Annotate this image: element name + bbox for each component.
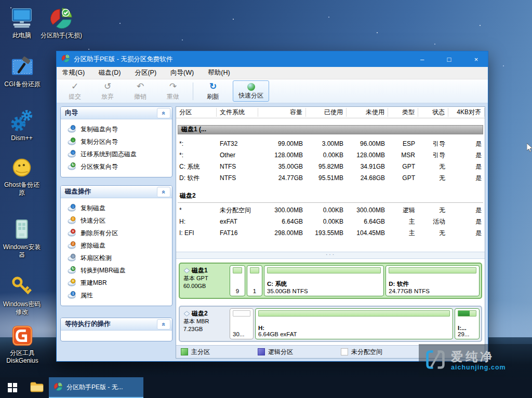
column-header-4[interactable]: 未使用 [347,108,388,117]
sidebar-item-label: 属性 [81,291,93,300]
close-button[interactable]: × [464,51,488,67]
table-row[interactable]: C: 系统NTFS35.00GB95.82MB34.91GBGPT无是 [176,161,485,172]
disk-block-磁盘2[interactable]: 磁盘2基本 MBR7.23GB30...H:6.64GB exFATI:...2… [179,306,482,342]
table-cell: 193.55MB [306,227,347,239]
sidebar-item-0-0[interactable]: ↓复制磁盘向导 [63,123,170,135]
table-row[interactable]: *:Other128.00MB0.00KB128.00MBMSR引导是 [176,149,485,161]
redo-icon: ↷ [169,81,177,92]
table-cell: MSR [388,149,418,161]
diskgenius-icon [1,322,44,348]
desktop-icon-cgi[interactable]: CGI备份还原 [0,53,45,88]
menu-item-4[interactable]: 帮助(H) [208,68,230,77]
toolbar-quick-button[interactable]: 快速分区 [233,80,269,102]
toolbar-redo-button[interactable]: ↷重做 [160,81,186,101]
desktop-icon-key[interactable]: Windows密码修改 [2,273,42,316]
column-header-6[interactable]: 状态 [418,108,448,117]
toolbar-discard-button[interactable]: ↺放弃 [95,81,121,101]
pane-splitter[interactable]: ··· [176,252,485,259]
table-cell: 是 [448,227,485,239]
submit-icon: ✓ [71,81,78,92]
partitions: 91C: 系统35.00GB NTFSD: 软件24.77GB NTFS [229,265,480,297]
partition-H:[interactable]: H:6.64GB exFAT [255,308,453,339]
sidebar-item-1-7[interactable]: i属性 [63,289,170,301]
partition-sub: 29... [458,331,476,337]
column-header-2[interactable]: 容量 [258,108,306,117]
taskbar-app-label: 分区助手PE版 - 无... [66,383,123,392]
sidebar-item-1-4[interactable]: ○坏扇区检测 [63,252,170,264]
partition-9[interactable]: 9 [230,265,245,296]
table-cell: 34.91GB [347,161,388,172]
collapse-button[interactable]: « [157,187,170,197]
sidebar-item-1-6[interactable]: +重建MBR [63,277,170,289]
menu-item-3[interactable]: 向导(W) [170,68,194,77]
column-header-3[interactable]: 已使用 [306,108,347,117]
table-cell: 95.82MB [306,161,347,172]
column-header-1[interactable]: 文件系统 [217,108,258,117]
partition-1[interactable]: 1 [247,265,262,296]
svg-text:!: ! [73,217,74,221]
mouse-cursor [527,143,532,155]
toolbar-refresh-button[interactable]: ↻刷新 [200,81,226,101]
menu-item-0[interactable]: 常规(G) [62,68,85,77]
column-header-7[interactable]: 4KB对齐 [448,108,485,117]
sidebar-item-0-1[interactable]: ↓复制分区向导 [63,135,170,148]
desktop-icon-installer[interactable]: Windows安装器 [2,216,42,259]
toolbar-undo-button[interactable]: ↶撤销 [127,81,153,101]
sidebar-item-1-3[interactable]: /擦除磁盘 [63,239,170,252]
table-row[interactable]: *未分配空间300.00MB0.00KB300.00MB逻辑无是 [176,204,485,216]
desktop-icon-dism[interactable]: Dism++ [3,107,41,142]
maximize-button[interactable]: □ [437,51,461,67]
table-row[interactable]: I: EFIFAT16298.00MB193.55MB104.45MB主无是 [176,227,485,239]
table-cell: I: EFI [176,227,217,239]
windows-logo-icon [8,383,17,392]
table-cell: 96.00MB [347,138,388,149]
partition-I:...[interactable]: I:...29... [455,308,480,339]
table-header: 分区文件系统容量已使用未使用类型状态4KB对齐 [176,107,485,118]
menu-item-2[interactable]: 分区(P) [135,68,156,77]
sidebar-item-icon: i [68,291,76,300]
desktop-icon-diskgenius[interactable]: 分区工具DiskGenius [1,322,44,365]
app-icon [61,54,70,65]
sidebar-item-1-5[interactable]: ↻转换到MBR磁盘 [63,264,170,277]
start-button[interactable] [0,377,25,398]
disk-group-label-1[interactable]: 磁盘2 [178,190,483,203]
minimize-button[interactable]: – [410,51,434,67]
sidebar-item-1-0[interactable]: ↓复制磁盘 [63,202,170,214]
toolbar-submit-button[interactable]: ✓提交 [62,81,88,101]
desktop-icon-ghost[interactable]: Ghost备份还原 [2,154,42,197]
partition-C: 系统[interactable]: C: 系统35.00GB NTFS [264,265,384,296]
table-cell: 无 [418,172,448,184]
desktop-icon-label: 此电脑 [3,32,41,39]
sidebar-item-1-2[interactable]: ×删除所有分区 [63,227,170,239]
collapse-button[interactable]: « [157,319,170,330]
sidebar-item-1-1[interactable]: !快速分区 [63,214,170,227]
sidebar-item-0-3[interactable]: ↻分区恢复向导 [63,160,170,173]
table-cell: 99.00MB [258,138,306,149]
taskbar-app-button[interactable]: 分区助手PE版 - 无... [49,377,143,398]
sidebar-item-icon: → [68,149,76,159]
table-cell: 0.00KB [306,204,347,216]
sidebar-item-icon: + [68,278,76,288]
sidebar-item-0-2[interactable]: →迁移系统到固态磁盘 [63,148,170,160]
column-header-5[interactable]: 类型 [388,108,418,117]
table-row[interactable]: D: 软件NTFS24.77GB95.51MB24.68GBGPT无是 [176,172,485,184]
file-explorer-button[interactable] [25,377,49,398]
desktop-icon-pie[interactable]: 分区助手(无损) [41,4,82,39]
partition-D: 软件[interactable]: D: 软件24.77GB NTFS [385,265,480,296]
disk-group-label-0[interactable]: 磁盘1 (... [178,125,483,134]
toolbar-separator [193,83,193,100]
table-row[interactable]: *:FAT3299.00MB3.00MB96.00MBESP引导是 [176,138,485,149]
partition-30...[interactable]: 30... [230,308,254,339]
table-row[interactable]: H:exFAT6.64GB0.00KB6.64GB主活动是 [176,216,485,227]
column-header-0[interactable]: 分区 [176,108,217,117]
desktop-icon-label: Windows密码修改 [2,300,42,316]
disk-block-磁盘1[interactable]: 磁盘1基本 GPT60.00GB91C: 系统35.00GB NTFSD: 软件… [179,263,482,299]
toolbar-button-label: 放弃 [101,92,114,101]
partition-name: I:... [458,325,476,331]
collapse-button[interactable]: « [157,108,170,118]
partitions: 30...H:6.64GB exFATI:...29... [229,308,480,340]
primary-swatch [181,348,188,355]
desktop-icon-computer[interactable]: 此电脑 [3,4,41,39]
menu-item-1[interactable]: 磁盘(D) [99,68,121,77]
table-cell: C: 系统 [176,161,217,172]
